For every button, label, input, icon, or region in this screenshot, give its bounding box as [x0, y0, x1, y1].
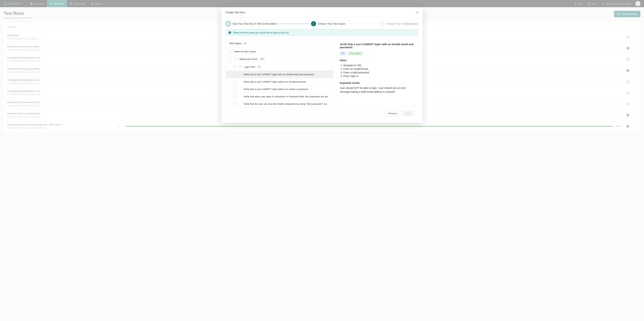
- step-item: Press Sign in.: [344, 74, 414, 78]
- next-button[interactable]: Next: [402, 110, 414, 116]
- close-button[interactable]: [416, 11, 418, 14]
- folder-label: Login Flow: [244, 66, 255, 68]
- info-icon: i: [228, 31, 231, 34]
- expected-text: User should NOT be able to login. User s…: [340, 86, 414, 94]
- select-all-checkbox[interactable]: [229, 50, 232, 53]
- detail-title: Verify that a user CANNOT login with an …: [340, 43, 414, 49]
- test-case-row[interactable]: Verify that the user can view the hidden…: [226, 100, 333, 107]
- expected-heading: Expected results: [340, 82, 414, 84]
- test-case-row[interactable]: Verify that a user CANNOT login with an …: [226, 71, 333, 78]
- test-case-detail-panel: Verify that a user CANNOT login with an …: [336, 39, 418, 108]
- case-checkbox[interactable]: [234, 73, 236, 76]
- case-label: Verify that the user can view the hidden…: [244, 103, 329, 105]
- case-label: Verify that a user CANNOT login without …: [244, 80, 306, 83]
- suites-count-badge: 3: [243, 42, 247, 45]
- step-1-label: Give Your Test Run A Title & Description: [232, 22, 277, 25]
- category-tag: User Signin: [348, 52, 363, 55]
- case-checkbox[interactable]: [234, 95, 236, 98]
- suite-regression-row[interactable]: − Regression Tests 74: [226, 55, 333, 63]
- suite-label: Regression Tests: [240, 58, 257, 60]
- collapse-button[interactable]: −: [234, 57, 237, 61]
- folder-checkbox[interactable]: [234, 65, 236, 68]
- close-icon: [416, 11, 418, 14]
- detail-tags: P1 User Signin: [340, 52, 414, 55]
- modal-overlay: Create Test Run Give Your Test Run A Tit…: [0, 0, 644, 132]
- folder-count-badge: 3: [257, 65, 261, 68]
- create-test-run-modal: Create Test Run Give Your Test Run A Tit…: [222, 7, 422, 123]
- select-all-row[interactable]: Select All Test Cases: [226, 48, 333, 55]
- select-all-label: Select All Test Cases: [234, 50, 256, 53]
- step-3-circle: 3: [380, 21, 384, 26]
- test-case-row[interactable]: Verify that a user CANNOT login without …: [226, 85, 333, 93]
- suite-checkbox[interactable]: [229, 58, 232, 60]
- suites-label: Test Suites: [229, 42, 241, 45]
- check-icon: [227, 23, 229, 25]
- info-text: Select the test cases you would like to …: [233, 31, 289, 34]
- case-label: Verify that a user CANNOT login without …: [244, 88, 308, 90]
- modal-footer: Previous Next: [226, 108, 418, 119]
- step-line-2: [348, 24, 377, 24]
- steps-list: Navigate to URL.Enter an invalid Email.E…: [340, 64, 414, 78]
- modal-header: Create Test Run: [222, 7, 422, 18]
- folder-login-row[interactable]: + Login Flow 3: [226, 63, 333, 71]
- step-line-1: [279, 24, 309, 24]
- case-checkbox[interactable]: [234, 88, 236, 90]
- step-3: 3 Choose Your Configuration/s: [380, 21, 418, 26]
- suites-header: Test Suites 3: [226, 39, 333, 48]
- case-label: Verify that when user types in character…: [244, 95, 330, 98]
- step-3-label: Choose Your Configuration/s: [386, 22, 418, 25]
- previous-button[interactable]: Previous: [385, 110, 401, 116]
- modal-title: Create Test Run: [226, 11, 245, 14]
- test-cases-panel: Test Suites 3 Select All Test Cases − Re…: [226, 39, 333, 108]
- step-item: Enter an invalid Email.: [344, 67, 414, 71]
- test-case-row[interactable]: Verify that a user CANNOT login without …: [226, 78, 333, 85]
- case-label: Verify that a user CANNOT login with an …: [244, 73, 314, 76]
- test-case-row[interactable]: Verify that when user types in character…: [226, 93, 333, 100]
- priority-tag: P1: [340, 52, 346, 55]
- step-2: 2 Choose Your Test Cases: [311, 21, 345, 26]
- step-item: Enter a valid password.: [344, 71, 414, 74]
- case-checkbox[interactable]: [234, 102, 236, 105]
- step-1-circle: [226, 21, 231, 26]
- step-1: Give Your Test Run A Title & Description: [226, 21, 277, 26]
- step-item: Navigate to URL.: [344, 64, 414, 67]
- expand-button[interactable]: +: [238, 65, 242, 68]
- step-2-circle: 2: [311, 21, 316, 26]
- steps-heading: Steps: [340, 59, 414, 62]
- info-banner: i Select the test cases you would like t…: [226, 29, 418, 36]
- suite-count-badge: 74: [260, 58, 264, 60]
- case-checkbox[interactable]: [234, 80, 236, 83]
- step-2-label: Choose Your Test Cases: [318, 22, 345, 25]
- stepper: Give Your Test Run A Title & Description…: [226, 21, 418, 26]
- svg-text:i: i: [230, 32, 230, 34]
